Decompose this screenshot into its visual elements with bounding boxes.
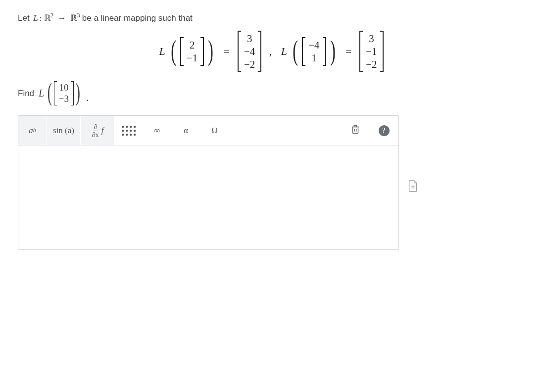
alpha-button[interactable]: α <box>172 116 200 145</box>
period: . <box>86 91 89 104</box>
matrix-button[interactable] <box>114 116 143 145</box>
answer-editor: ab sin (a) ∂ ∂x f ∞ α Ω <box>18 115 399 250</box>
trig-button[interactable]: sin (a) <box>47 116 81 145</box>
toolbar: ab sin (a) ∂ ∂x f ∞ α Ω <box>18 116 398 146</box>
intro-suffix: be a linear mapping such that <box>82 13 193 23</box>
answer-input[interactable] <box>18 146 398 249</box>
infinity-button[interactable]: ∞ <box>143 116 172 145</box>
help-button[interactable]: ? <box>370 116 398 145</box>
matrix-icon <box>122 126 136 136</box>
equation-1: L ( 2 −1 ) = 3 −4 −2 <box>157 31 261 72</box>
page-icon[interactable] <box>407 180 418 195</box>
equations: L ( 2 −1 ) = 3 −4 −2 , L ( <box>18 31 523 72</box>
trash-icon <box>350 124 361 137</box>
find-prefix: Find <box>18 89 34 98</box>
omega-button[interactable]: Ω <box>200 116 229 145</box>
equation-2: L ( −4 1 ) = 3 −1 −2 <box>280 31 384 72</box>
clear-button[interactable] <box>341 116 370 145</box>
mapping-definition: L: ℝ2 → ℝ3 <box>32 13 82 23</box>
equation-separator: , <box>269 45 272 57</box>
exponent-button[interactable]: ab <box>18 116 47 145</box>
help-icon: ? <box>379 125 390 136</box>
calculus-button[interactable]: ∂ ∂x f <box>81 116 114 145</box>
find-line: Find L ( 10 −3 ) . <box>18 81 523 106</box>
intro-prefix: Let <box>18 13 32 23</box>
problem-intro: Let L: ℝ2 → ℝ3 be a linear mapping such … <box>18 12 523 25</box>
